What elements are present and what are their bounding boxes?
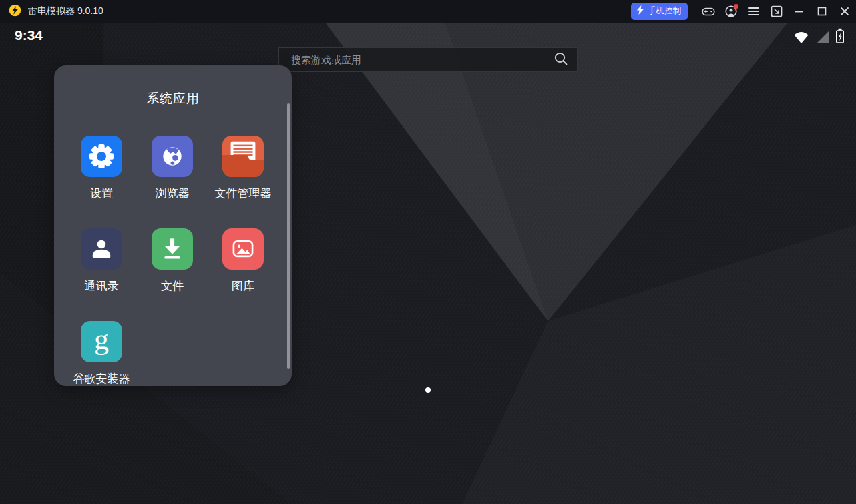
app-file-manager[interactable]: 文件管理器 [208, 136, 278, 201]
phone-control-label: 手机控制 [648, 5, 681, 17]
window-title: 雷电模拟器 9.0.10 [28, 5, 103, 17]
files-download-icon [152, 228, 193, 270]
system-apps-folder: 系统应用 设置 [54, 65, 292, 386]
support-icon[interactable] [720, 0, 742, 23]
battery-charging-icon [835, 28, 845, 47]
app-contacts[interactable]: 通讯录 [66, 228, 137, 294]
folder-scrollbar[interactable] [287, 103, 290, 369]
search-bar[interactable] [278, 47, 578, 72]
folder-title: 系统应用 [54, 65, 292, 107]
phone-control-button[interactable]: 手机控制 [631, 3, 688, 20]
app-label: 通讯录 [85, 278, 119, 294]
file-manager-folder-icon [222, 136, 264, 177]
gamepad-icon[interactable] [697, 0, 720, 23]
app-label: 图库 [232, 278, 254, 294]
gallery-image-icon [222, 228, 264, 270]
menu-icon[interactable] [742, 0, 765, 23]
lightning-icon [636, 5, 644, 17]
app-label: 浏览器 [156, 186, 190, 201]
wifi-icon [793, 29, 809, 47]
android-home-screen: 9:34 系统应用 [0, 23, 856, 504]
app-label: 文件 [161, 278, 184, 294]
app-label: 谷歌安装器 [73, 371, 130, 387]
app-label: 文件管理器 [215, 186, 272, 201]
app-gallery[interactable]: 图库 [208, 228, 278, 294]
close-icon[interactable] [833, 0, 856, 23]
app-logo-icon [8, 3, 22, 20]
app-google-installer[interactable]: g 谷歌安装器 [66, 321, 137, 387]
notification-dot [734, 4, 738, 9]
maximize-icon[interactable] [811, 0, 833, 23]
contacts-person-icon [81, 228, 122, 270]
resize-icon[interactable] [765, 0, 788, 23]
search-icon[interactable] [553, 51, 569, 69]
app-files[interactable]: 文件 [137, 228, 208, 294]
page-indicator-dot [425, 387, 431, 393]
app-browser[interactable]: 浏览器 [137, 136, 208, 201]
app-label: 设置 [90, 186, 113, 201]
browser-globe-icon [152, 136, 193, 177]
minimize-icon[interactable] [788, 0, 811, 23]
search-input[interactable] [290, 53, 553, 66]
window-titlebar: 雷电模拟器 9.0.10 手机控制 [0, 0, 856, 23]
app-settings[interactable]: 设置 [66, 136, 137, 201]
status-clock: 9:34 [15, 27, 43, 43]
settings-gear-icon [81, 136, 122, 177]
app-grid: 设置 浏览器 [66, 136, 281, 387]
status-icons [793, 28, 845, 47]
signal-icon [815, 29, 829, 47]
google-installer-g-icon: g [81, 321, 122, 362]
